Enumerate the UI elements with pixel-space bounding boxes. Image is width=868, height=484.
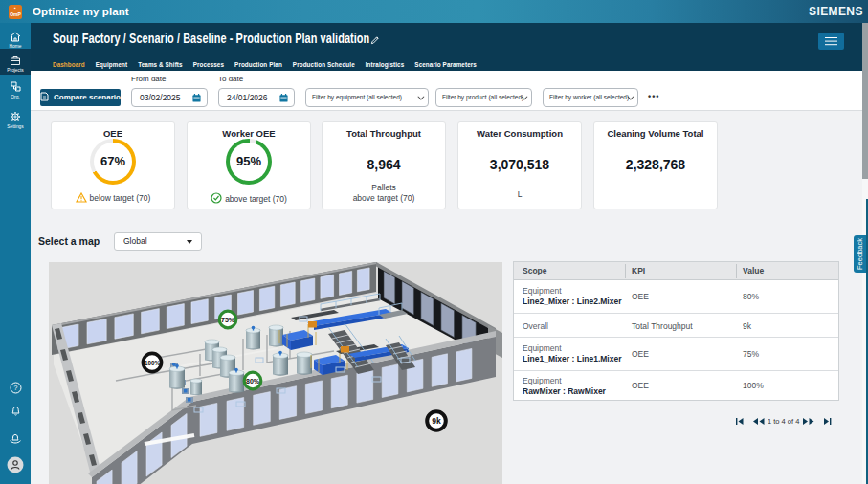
svg-text:9k: 9k (432, 416, 441, 426)
svg-text:75%: 75% (221, 317, 235, 323)
svg-text:?: ? (13, 385, 17, 391)
svg-text:100%: 100% (145, 360, 161, 366)
svg-text:80%: 80% (246, 378, 260, 385)
svg-text:1 to 4 of 4: 1 to 4 of 4 (768, 417, 799, 426)
